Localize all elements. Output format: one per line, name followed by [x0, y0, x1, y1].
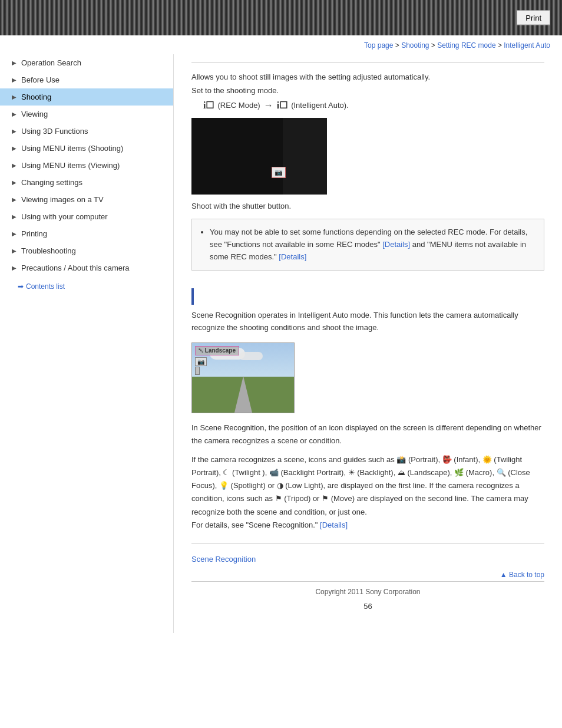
landscape-road	[234, 376, 252, 413]
contents-list-label[interactable]: Contents list	[26, 282, 65, 291]
sidebar-item-operation-search[interactable]: Operation Search	[0, 54, 173, 71]
arrow-icon	[12, 111, 16, 117]
arrow-icon	[12, 94, 16, 100]
intelligent-auto-text: (Intelligent Auto).	[291, 101, 349, 110]
arrow-icon	[12, 213, 16, 220]
camera-icon-box: 📷	[272, 167, 286, 178]
sidebar-item-viewing-tv[interactable]: Viewing images on a TV	[0, 191, 173, 208]
section-marker	[191, 282, 544, 309]
breadcrumb-intelligent-auto[interactable]: Intelligent Auto	[504, 41, 550, 50]
sidebar-label: Troubleshooting	[21, 246, 76, 255]
breadcrumb-setting-rec[interactable]: Setting REC mode	[437, 41, 495, 50]
arrow-icon	[12, 265, 16, 271]
rec-mode-icon-left: i☐	[203, 100, 214, 111]
sidebar-label: Using 3D Functions	[21, 127, 88, 136]
sidebar-label: Precautions / About this camera	[21, 263, 130, 272]
sidebar-label: Using MENU items (Viewing)	[21, 161, 120, 170]
sidebar-item-shooting[interactable]: Shooting	[0, 88, 173, 106]
scene-body-1: In Scene Recognition, the position of an…	[191, 421, 544, 447]
sidebar-label: Using with your computer	[21, 212, 108, 221]
sidebar-item-changing-settings[interactable]: Changing settings	[0, 174, 173, 191]
footer-links: Scene Recognition	[191, 550, 544, 568]
scene-body-2: If the camera recognizes a scene, icons …	[191, 453, 544, 532]
sidebar-item-troubleshooting[interactable]: Troubleshooting	[0, 242, 173, 259]
footer-divider	[191, 543, 544, 544]
scene-details-link[interactable]: [Details]	[320, 521, 348, 529]
landscape-badge: ​	[195, 367, 200, 375]
info-box: You may not be able to set some function…	[191, 219, 544, 271]
print-button[interactable]: Print	[517, 11, 550, 25]
sidebar-label: Shooting	[21, 93, 51, 101]
arrow-icon	[12, 145, 16, 151]
sidebar-item-printing[interactable]: Printing	[0, 225, 173, 242]
sidebar-label: Operation Search	[21, 58, 81, 67]
sidebar-label: Using MENU items (Shooting)	[21, 144, 123, 153]
sidebar-item-3d-functions[interactable]: Using 3D Functions	[0, 123, 173, 140]
page-footer: Copyright 2011 Sony Corporation	[191, 581, 544, 599]
details-link-1[interactable]: [Details]	[382, 240, 410, 249]
sidebar-item-precautions[interactable]: Precautions / About this camera	[0, 259, 173, 276]
rec-mode-line: i☐ (REC Mode) → i☐ (Intelligent Auto).	[203, 100, 544, 111]
page-number: 56	[191, 599, 544, 615]
main-layout: Operation Search Before Use Shooting Vie…	[0, 54, 562, 633]
sidebar-item-viewing[interactable]: Viewing	[0, 106, 173, 123]
landscape-preview: ␀ Landscape 📷 ​	[191, 342, 295, 413]
content-area: Allows you to shoot still images with th…	[174, 54, 562, 633]
sidebar-label: Before Use	[21, 75, 59, 84]
sidebar-item-menu-shooting[interactable]: Using MENU items (Shooting)	[0, 140, 173, 157]
sidebar-label: Printing	[21, 229, 47, 238]
arrow-icon	[12, 162, 16, 169]
landscape-label: ␀ Landscape	[195, 346, 239, 355]
intro-text: Allows you to shoot still images with th…	[191, 73, 544, 81]
set-mode-text: Set to the shooting mode.	[191, 86, 544, 95]
arrow-symbol: →	[264, 100, 273, 111]
landscape-cloud2	[239, 352, 263, 360]
rec-mode-text: (REC Mode)	[217, 101, 260, 110]
sidebar-item-before-use[interactable]: Before Use	[0, 71, 173, 88]
camera-preview: 📷	[191, 118, 327, 195]
arrow-icon	[12, 248, 16, 254]
arrow-icon	[12, 230, 16, 237]
sidebar-item-using-computer[interactable]: Using with your computer	[0, 208, 173, 225]
sidebar-label: Viewing images on a TV	[21, 195, 104, 204]
top-divider	[191, 62, 544, 63]
breadcrumb-top[interactable]: Top page	[364, 41, 393, 50]
contents-list-link[interactable]: Contents list	[0, 276, 173, 294]
breadcrumb: Top page > Shooting > Setting REC mode >…	[0, 35, 562, 54]
info-list-item: You may not be able to set some function…	[210, 226, 534, 263]
breadcrumb-shooting[interactable]: Shooting	[401, 41, 429, 50]
shoot-text: Shoot with the shutter button.	[191, 202, 544, 210]
details-link-2[interactable]: [Details]	[279, 252, 306, 261]
sidebar-item-menu-viewing[interactable]: Using MENU items (Viewing)	[0, 157, 173, 174]
sidebar-label: Viewing	[21, 110, 48, 118]
header-bar: Print	[0, 0, 562, 35]
rec-mode-icon-right: i☐	[277, 100, 287, 111]
arrow-icon	[12, 60, 16, 66]
arrow-icon	[12, 179, 16, 186]
copyright-text: Copyright 2011 Sony Corporation	[315, 588, 420, 596]
arrow-icon	[12, 128, 16, 134]
scene-recognition-link[interactable]: Scene Recognition	[191, 555, 256, 564]
sidebar-label: Changing settings	[21, 178, 82, 187]
arrow-icon	[12, 77, 16, 83]
landscape-icon: 📷	[195, 357, 207, 366]
scene-recognition-intro: Scene Recognition operates in Intelligen…	[191, 309, 544, 334]
back-to-top-link[interactable]: ▲ Back to top	[500, 571, 544, 579]
sidebar: Operation Search Before Use Shooting Vie…	[0, 54, 174, 633]
arrow-right-icon	[18, 282, 24, 291]
back-to-top[interactable]: ▲ Back to top	[191, 568, 544, 581]
arrow-icon	[12, 196, 16, 203]
